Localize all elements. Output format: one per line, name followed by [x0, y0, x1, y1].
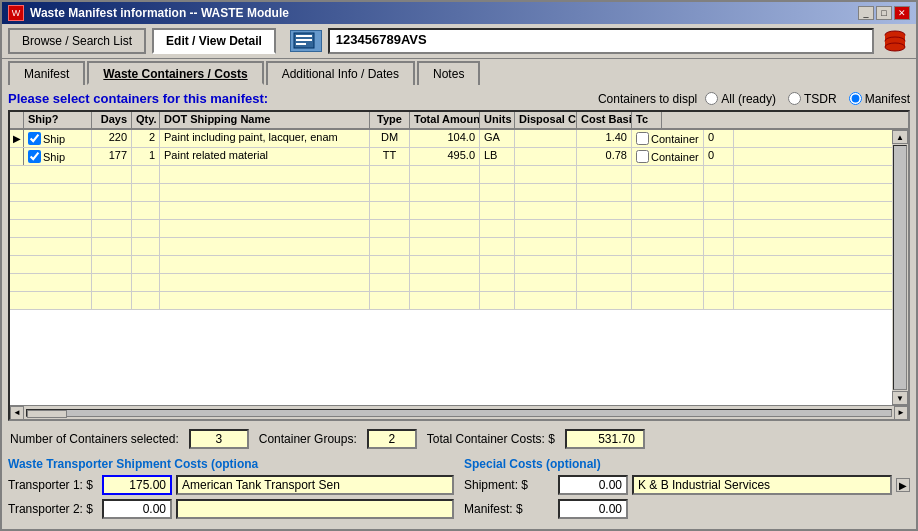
cell-ship-1[interactable]: Ship [24, 130, 92, 147]
transporter2-name[interactable] [176, 499, 454, 519]
header-cost: Cost Basis [577, 112, 632, 128]
scroll-up-button[interactable]: ▲ [892, 130, 908, 144]
cell-basis-1: Container [632, 130, 704, 147]
special-costs-title: Special Costs (optional) [464, 457, 910, 471]
app-icon: W [8, 5, 24, 21]
manifest-id-field[interactable]: 123456789AVS [328, 28, 874, 54]
row-indicator-2 [10, 148, 24, 165]
containers-to-disp: Containers to displ All (ready) TSDR Man… [598, 92, 910, 106]
row-indicator-1: ▶ [10, 130, 24, 147]
transporter1-input[interactable] [102, 475, 172, 495]
manifest-cost-row: Manifest: $ [464, 499, 910, 519]
special-costs: Special Costs (optional) Shipment: $ ▶ M… [464, 457, 910, 523]
radio-all-input[interactable] [705, 92, 718, 105]
cell-days-1: 220 [92, 130, 132, 147]
transporter2-input[interactable] [102, 499, 172, 519]
header-units: Units [480, 112, 515, 128]
containers-label: Please select containers for this manife… [8, 91, 268, 106]
cell-qty-1: 2 [132, 130, 160, 147]
cell-type-2: TT [370, 148, 410, 165]
cell-ship-2[interactable]: Ship [24, 148, 92, 165]
header-dot: DOT Shipping Name [160, 112, 370, 128]
header-disposal: Disposal Cost [515, 112, 577, 128]
svg-rect-3 [296, 43, 306, 45]
cell-basis-2: Container [632, 148, 704, 165]
container-groups-label: Container Groups: [259, 432, 357, 446]
table-row[interactable]: Ship 177 1 Paint related material TT 495… [10, 148, 892, 166]
header-type: Type [370, 112, 410, 128]
shipment-input[interactable] [558, 475, 628, 495]
cell-type-1: DM [370, 130, 410, 147]
scroll-down-button[interactable]: ▼ [892, 391, 908, 405]
total-cost-value: 531.70 [565, 429, 645, 449]
cell-disposal-1 [515, 130, 577, 147]
hscroll-thumb[interactable] [27, 410, 67, 418]
shipment-cost-row: Shipment: $ ▶ [464, 475, 910, 495]
basis-checkbox-2[interactable] [636, 150, 649, 163]
svg-rect-2 [296, 39, 312, 41]
manifest-cost-input[interactable] [558, 499, 628, 519]
cell-units-1: GA [480, 130, 515, 147]
radio-manifest[interactable]: Manifest [849, 92, 910, 106]
cell-tc-2: 0 [704, 148, 734, 165]
containers-to-disp-label: Containers to displ [598, 92, 697, 106]
horizontal-scrollbar[interactable]: ◄ ► [10, 405, 908, 419]
table-row [10, 238, 892, 256]
browse-search-tab[interactable]: Browse / Search List [8, 28, 146, 54]
radio-tsdr-input[interactable] [788, 92, 801, 105]
header-days: Days [92, 112, 132, 128]
svg-rect-1 [296, 35, 312, 37]
radio-tsdr[interactable]: TSDR [788, 92, 837, 106]
radio-manifest-input[interactable] [849, 92, 862, 105]
table-row [10, 220, 892, 238]
cell-cost-1: 1.40 [577, 130, 632, 147]
cell-units-2: LB [480, 148, 515, 165]
radio-all[interactable]: All (ready) [705, 92, 776, 106]
container-groups-value: 2 [367, 429, 417, 449]
scroll-left-button[interactable]: ◄ [10, 406, 24, 420]
summary-row: Number of Containers selected: 3 Contain… [8, 425, 910, 453]
header-ship: Ship? [24, 112, 92, 128]
table-row [10, 292, 892, 310]
grid-inner: ▶ Ship 220 2 Paint including paint, lacq… [10, 130, 908, 405]
tab-manifest[interactable]: Manifest [8, 61, 85, 85]
window-controls: _ □ ✕ [858, 6, 910, 20]
scroll-track[interactable] [893, 145, 907, 390]
scroll-right-button[interactable]: ► [894, 406, 908, 420]
cell-disposal-2 [515, 148, 577, 165]
cell-days-2: 177 [92, 148, 132, 165]
title-bar: W Waste Manifest information -- WASTE Mo… [2, 2, 916, 24]
shipment-nav-arrow[interactable]: ▶ [896, 478, 910, 492]
transporter-costs-title: Waste Transporter Shipment Costs (option… [8, 457, 454, 471]
cell-total-2: 495.0 [410, 148, 480, 165]
ship-label-2: Ship [43, 151, 65, 163]
cell-qty-2: 1 [132, 148, 160, 165]
ship-checkbox-1[interactable] [28, 132, 41, 145]
cell-dot-1: Paint including paint, lacquer, enam [160, 130, 370, 147]
edit-view-tab[interactable]: Edit / View Detail [152, 28, 276, 54]
containers-selected-label: Number of Containers selected: [10, 432, 179, 446]
transporter-costs: Waste Transporter Shipment Costs (option… [8, 457, 454, 523]
basis-checkbox-1[interactable] [636, 132, 649, 145]
costs-section: Waste Transporter Shipment Costs (option… [8, 457, 910, 523]
table-row [10, 202, 892, 220]
radio-manifest-label: Manifest [865, 92, 910, 106]
tab-waste-containers[interactable]: Waste Containers / Costs [87, 61, 263, 85]
minimize-button[interactable]: _ [858, 6, 874, 20]
hscroll-track[interactable] [26, 409, 892, 417]
tab-additional-info[interactable]: Additional Info / Dates [266, 61, 415, 85]
cell-total-1: 104.0 [410, 130, 480, 147]
vertical-scrollbar[interactable]: ▲ ▼ [892, 130, 908, 405]
shipment-name[interactable] [632, 475, 892, 495]
main-window: W Waste Manifest information -- WASTE Mo… [0, 0, 918, 531]
close-button[interactable]: ✕ [894, 6, 910, 20]
total-cost-label: Total Container Costs: $ [427, 432, 555, 446]
transporter1-name[interactable] [176, 475, 454, 495]
shipment-label: Shipment: $ [464, 478, 554, 492]
manifest-icon [290, 30, 322, 52]
maximize-button[interactable]: □ [876, 6, 892, 20]
table-row[interactable]: ▶ Ship 220 2 Paint including paint, lacq… [10, 130, 892, 148]
tab-notes[interactable]: Notes [417, 61, 480, 85]
ship-checkbox-2[interactable] [28, 150, 41, 163]
toolbar: Browse / Search List Edit / View Detail … [2, 24, 916, 59]
